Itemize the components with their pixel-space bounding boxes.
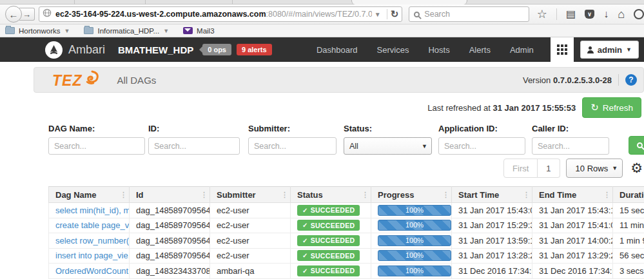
- cell-end-time: 31 Jan 2017 13:29:24: [532, 248, 613, 264]
- filter-input[interactable]: [438, 137, 525, 155]
- url-text: ec2-35-164-95-224.us-west-2.compute.amaz…: [55, 10, 372, 19]
- ambari-brand[interactable]: Ambari: [68, 43, 105, 57]
- cell-dag-name: OrderedWordCount: [49, 264, 130, 279]
- views-grid-button[interactable]: [551, 37, 574, 62]
- column-resize-handle[interactable]: ⋮: [200, 191, 208, 199]
- refresh-button[interactable]: ↻ Refresh: [582, 97, 641, 118]
- filter-search-button[interactable]: [629, 136, 644, 155]
- cell-end-time: 31 Jan 2017 15:43:16: [532, 203, 613, 218]
- url-dropdown-icon[interactable]: ▼: [375, 11, 381, 18]
- cell-id: dag_148589709564...: [130, 203, 210, 218]
- column-resize-handle[interactable]: ⋮: [362, 191, 369, 199]
- filter-label: Submitter:: [248, 124, 337, 133]
- pocket-icon[interactable]: ∨: [585, 10, 594, 19]
- status-badge: ✓SUCCEEDED: [297, 220, 360, 231]
- filter-group: Submitter:: [248, 124, 337, 155]
- last-refreshed-text: Last refreshed at 31 Jan 2017 15:55:53: [427, 103, 576, 113]
- alerts-badge[interactable]: 9 alerts: [237, 44, 272, 55]
- last-refreshed-label: Last refreshed at: [427, 103, 491, 113]
- status-label: SUCCEEDED: [311, 267, 355, 274]
- column-resize-handle[interactable]: ⋮: [281, 191, 288, 199]
- nav-item-alerts[interactable]: Alerts: [469, 45, 491, 55]
- cell-duration: 11 mins: [613, 218, 644, 233]
- column-header-duration[interactable]: Duration⋮: [613, 187, 644, 203]
- gear-icon[interactable]: ⚙: [630, 160, 643, 176]
- reading-list-icon[interactable]: ▤: [566, 9, 576, 19]
- column-header-id[interactable]: Id⋮: [130, 187, 210, 203]
- filter-select[interactable]: All▼: [344, 137, 432, 155]
- downloads-icon[interactable]: ↓: [603, 9, 609, 19]
- ambari-logo-icon[interactable]: [45, 41, 63, 59]
- column-header-submitter[interactable]: Submitter⋮: [210, 187, 291, 203]
- dag-name-link[interactable]: OrderedWordCount: [55, 266, 128, 276]
- refresh-row: Last refreshed at 31 Jan 2017 15:55:53 ↻…: [0, 97, 641, 119]
- column-header-label: End Time: [539, 190, 576, 200]
- home-icon[interactable]: ⌂: [618, 8, 625, 20]
- last-refreshed-timestamp: 31 Jan 2017 15:55:53: [493, 103, 576, 113]
- caret-down-icon: ▼: [612, 165, 618, 171]
- tab-separator: [232, 0, 233, 5]
- column-resize-handle[interactable]: ⋮: [120, 191, 127, 199]
- column-header-end-time[interactable]: End Time⋮: [532, 187, 613, 203]
- tez-view-header: TEZ All DAGs Version 0.7.0.2.5.3.0-28 ?: [34, 67, 644, 93]
- cell-progress: 100%: [371, 248, 452, 264]
- cell-id: dag_148589709564...: [130, 248, 210, 264]
- search-placeholder: Search: [424, 10, 450, 19]
- dag-name-link[interactable]: insert into page_vie...: [55, 251, 130, 260]
- admin-menu-button[interactable]: admin ▼: [580, 41, 639, 59]
- dag-name-link[interactable]: select min(hit_id), m...: [55, 206, 130, 215]
- column-header-start-time[interactable]: Start Time⋮: [452, 187, 532, 203]
- bookmark-item[interactable]: Hortonworks▼: [5, 27, 70, 35]
- rows-per-page-select[interactable]: 10 Rows ▼: [566, 159, 623, 178]
- column-header-dag-name[interactable]: Dag Name⋮: [49, 187, 130, 203]
- pagination-page-button[interactable]: 1: [538, 159, 560, 178]
- nav-item-admin[interactable]: Admin: [510, 45, 534, 55]
- filter-input[interactable]: [248, 137, 337, 155]
- back-button[interactable]: ←: [5, 6, 22, 23]
- help-icon[interactable]: ?: [625, 74, 637, 86]
- menu-partial-icon[interactable]: [634, 9, 644, 19]
- ops-badge[interactable]: 0 ops: [202, 44, 231, 55]
- column-header-progress[interactable]: Progress⋮: [371, 187, 452, 203]
- column-header-label: Progress: [378, 190, 414, 200]
- filter-input[interactable]: [532, 137, 609, 155]
- table-row: select min(hit_id), m...dag_148589709564…: [49, 203, 644, 218]
- tab-separator: [74, 0, 75, 5]
- column-resize-handle[interactable]: ⋮: [603, 191, 610, 199]
- filter-input[interactable]: [48, 137, 145, 155]
- cell-start-time: 31 Jan 2017 15:29:35: [452, 218, 532, 233]
- dag-name-link[interactable]: select row_number(...: [55, 236, 130, 245]
- column-header-label: Start Time: [458, 190, 499, 200]
- column-header-status[interactable]: Status⋮: [291, 187, 371, 203]
- cell-submitter: ambari-qa: [210, 264, 291, 279]
- reload-icon[interactable]: ↻: [391, 8, 399, 20]
- column-resize-handle[interactable]: ⋮: [523, 191, 530, 199]
- filter-input[interactable]: [148, 137, 240, 155]
- cell-end-time: 31 Jan 2017 15:41:09: [532, 218, 613, 233]
- pagination-first-button[interactable]: First: [503, 159, 538, 178]
- toolbar-divider: [556, 8, 557, 20]
- column-header-label: Status: [297, 190, 323, 200]
- version-value: 0.7.0.2.5.3.0-28: [553, 75, 612, 85]
- dag-name-link[interactable]: create table page_vi...: [55, 220, 130, 230]
- cell-status: ✓SUCCEEDED: [291, 203, 371, 218]
- browser-search[interactable]: Search: [409, 6, 529, 22]
- column-header-label: Submitter: [217, 190, 256, 200]
- column-resize-handle[interactable]: ⋮: [442, 191, 449, 199]
- nav-item-hosts[interactable]: Hosts: [428, 45, 449, 55]
- cell-duration: 3 secs 7: [613, 264, 644, 279]
- cell-submitter: ec2-user: [210, 233, 291, 249]
- bookmark-item[interactable]: Informatica_HDP...▼: [84, 27, 169, 35]
- filter-group: Status:All▼: [344, 124, 432, 155]
- nav-item-services[interactable]: Services: [377, 45, 409, 55]
- bookmark-label: Mail3: [197, 27, 214, 35]
- version-divider: [618, 74, 619, 86]
- check-icon: ✓: [302, 252, 308, 259]
- filter-row: DAG Name:ID:Submitter:Status:All▼Applica…: [48, 124, 609, 155]
- filter-select-value: All: [349, 142, 358, 151]
- nav-item-dashboard[interactable]: Dashboard: [317, 45, 358, 55]
- url-bar[interactable]: ec2-35-164-95-224.us-west-2.compute.amaz…: [39, 6, 402, 22]
- bookmark-star-icon[interactable]: ☆: [537, 8, 547, 20]
- active-tab-edge[interactable]: [351, 0, 467, 5]
- bookmark-item[interactable]: Mail3: [183, 27, 214, 35]
